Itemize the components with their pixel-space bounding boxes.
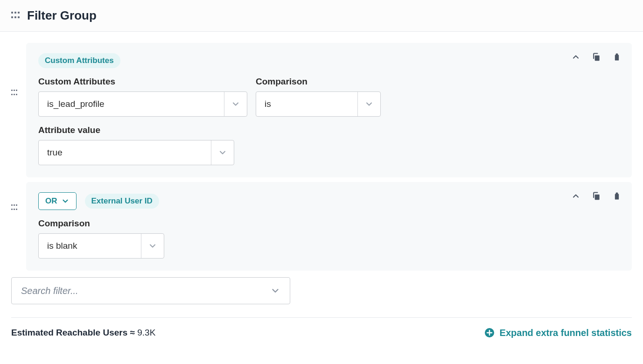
row-drag-area bbox=[11, 182, 26, 212]
search-placeholder: Search filter... bbox=[21, 286, 78, 296]
filter-row: Custom Attributes Custom Attributes is_l… bbox=[11, 43, 632, 177]
select-value: is blank bbox=[47, 241, 141, 251]
expand-funnel-button[interactable]: Expand extra funnel statistics bbox=[484, 327, 632, 338]
svg-rect-0 bbox=[595, 56, 600, 61]
footer: Estimated Reachable Users ≈ 9.3K Expand … bbox=[11, 317, 632, 338]
estimate-label: Estimated Reachable Users bbox=[11, 328, 127, 337]
logic-operator-button[interactable]: OR bbox=[38, 192, 77, 210]
field-label: Comparison bbox=[38, 218, 620, 229]
estimate-text: Estimated Reachable Users ≈ 9.3K bbox=[11, 328, 155, 338]
chevron-down-icon bbox=[211, 140, 227, 165]
search-filter-wrap: Search filter... bbox=[11, 277, 632, 304]
page-header: Filter Group bbox=[0, 0, 643, 32]
select-value: is bbox=[265, 99, 357, 109]
chevron-down-icon bbox=[270, 286, 280, 296]
logic-operator-label: OR bbox=[45, 196, 57, 206]
plus-circle-icon bbox=[484, 327, 495, 338]
filter-row: OR External User ID Comparison is blank bbox=[11, 182, 632, 271]
delete-button[interactable] bbox=[611, 51, 622, 63]
collapse-button[interactable] bbox=[570, 51, 581, 63]
attribute-select[interactable]: is_lead_profile bbox=[38, 91, 247, 117]
select-value: is_lead_profile bbox=[47, 99, 224, 109]
duplicate-button[interactable] bbox=[591, 51, 602, 63]
estimate-value: 9.3K bbox=[137, 328, 155, 337]
filter-card: OR External User ID Comparison is blank bbox=[26, 182, 632, 271]
duplicate-button[interactable] bbox=[591, 190, 602, 202]
chevron-down-icon bbox=[141, 234, 157, 258]
svg-rect-1 bbox=[595, 195, 600, 200]
field-label: Custom Attributes bbox=[38, 77, 247, 87]
collapse-button[interactable] bbox=[570, 190, 581, 202]
page-title: Filter Group bbox=[27, 8, 97, 23]
filter-type-chip: External User ID bbox=[85, 194, 159, 209]
card-actions bbox=[570, 190, 622, 202]
value-select[interactable]: true bbox=[38, 140, 234, 165]
search-filter-select[interactable]: Search filter... bbox=[11, 277, 290, 304]
card-actions bbox=[570, 51, 622, 63]
estimate-approx: ≈ bbox=[130, 328, 135, 337]
filters-container: Custom Attributes Custom Attributes is_l… bbox=[0, 43, 643, 304]
field-label: Attribute value bbox=[38, 125, 620, 135]
comparison-select[interactable]: is blank bbox=[38, 233, 164, 259]
select-value: true bbox=[47, 147, 211, 158]
chevron-down-icon bbox=[357, 92, 374, 116]
expand-funnel-label: Expand extra funnel statistics bbox=[500, 328, 632, 338]
drag-handle-icon[interactable] bbox=[11, 204, 19, 212]
drag-handle-icon[interactable] bbox=[11, 90, 19, 97]
chevron-down-icon bbox=[224, 92, 240, 116]
delete-button[interactable] bbox=[611, 190, 622, 202]
filter-type-chip: Custom Attributes bbox=[38, 53, 120, 68]
field-label: Comparison bbox=[256, 77, 381, 87]
filter-card: Custom Attributes Custom Attributes is_l… bbox=[26, 43, 632, 177]
drag-handle-icon[interactable] bbox=[11, 12, 20, 20]
chevron-down-icon bbox=[61, 197, 70, 205]
row-drag-area bbox=[11, 43, 26, 97]
comparison-select[interactable]: is bbox=[256, 91, 381, 117]
